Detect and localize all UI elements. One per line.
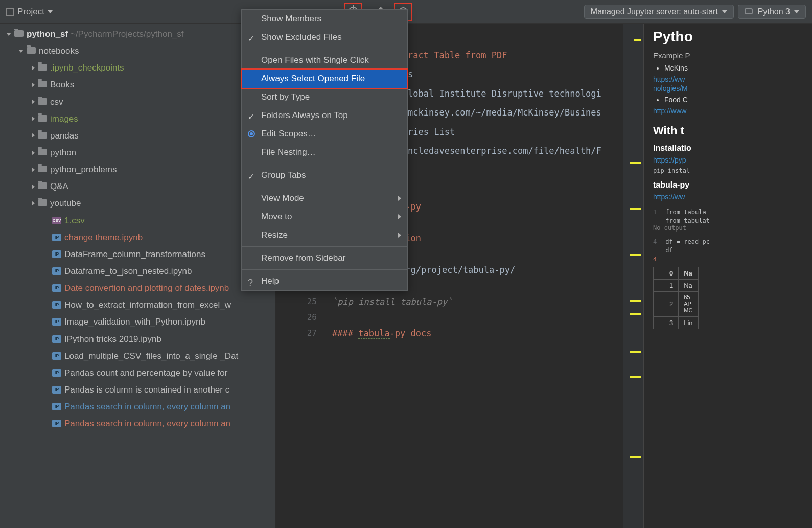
cell-number-out: 4	[653, 256, 663, 263]
code-line: from tabulat	[665, 217, 710, 224]
project-label: Project	[17, 7, 44, 17]
menu-item[interactable]: Edit Scopes…	[242, 125, 407, 143]
tree-row[interactable]: Q&A	[0, 178, 275, 195]
interpreter-label: Python 3	[758, 7, 790, 16]
menu-item[interactable]: Open Files with Single Click	[242, 51, 407, 70]
editor-minimap[interactable]	[623, 24, 643, 528]
tree-row[interactable]: IPPandas search in column, every column …	[0, 398, 275, 415]
folder-icon	[38, 64, 47, 71]
checkmark-icon	[248, 172, 255, 179]
expand-arrow-icon[interactable]	[32, 82, 35, 87]
expand-arrow-icon[interactable]	[32, 184, 35, 189]
expand-arrow-icon[interactable]	[6, 33, 11, 36]
tree-row[interactable]: IPIPython tricks 2019.ipynb	[0, 331, 275, 348]
preview-link[interactable]: nologies/M	[653, 84, 803, 93]
tree-row[interactable]: IPDate convertion and plotting of dates.…	[0, 280, 275, 296]
menu-item[interactable]: Sort by Type	[242, 88, 407, 106]
interpreter-selector[interactable]: Python 3	[738, 5, 806, 19]
preview-link[interactable]: https://pyp	[653, 156, 803, 164]
preview-link[interactable]: https://ww	[653, 193, 803, 201]
tree-row[interactable]: IPPandas is column is contained in anoth…	[0, 381, 275, 398]
tree-row[interactable]: csv	[0, 94, 275, 110]
tree-row[interactable]: notebooks	[0, 42, 275, 59]
tree-row[interactable]: python_sf ~/PycharmProjects/python_sf	[0, 26, 275, 42]
project-view-selector[interactable]: Project	[6, 7, 53, 17]
menu-item[interactable]: Resize	[242, 226, 407, 244]
menu-item[interactable]: Folders Always on Top	[242, 106, 407, 125]
expand-arrow-icon[interactable]	[18, 50, 24, 53]
tree-row[interactable]: IPImage_validation_with_Python.ipynb	[0, 313, 275, 330]
folder-icon	[14, 30, 24, 37]
tree-row[interactable]: IPHow_to_extract_information_from_excel_…	[0, 296, 275, 313]
menu-item[interactable]: View Mode	[242, 189, 407, 208]
menu-item-label: Move to	[261, 212, 292, 222]
tree-row[interactable]: images	[0, 110, 275, 127]
csv-file-icon: CSV	[52, 217, 61, 224]
tree-row[interactable]: pandas	[0, 127, 275, 144]
project-tree-panel: python_sf ~/PycharmProjects/python_sfnot…	[0, 24, 276, 528]
radio-icon	[248, 130, 255, 137]
chevron-down-icon	[794, 10, 799, 13]
menu-item-label: Folders Always on Top	[261, 110, 348, 121]
settings-context-menu[interactable]: Show MembersShow Excluded FilesOpen File…	[241, 9, 408, 291]
preview-link[interactable]: http://www	[653, 107, 803, 115]
menu-item[interactable]: Always Select Opened File	[242, 70, 407, 88]
menu-item-label: Remove from Sidebar	[261, 253, 345, 263]
menu-item-label: View Mode	[261, 193, 304, 203]
tree-row[interactable]: IPDataFrame_column_transformations	[0, 246, 275, 263]
tree-row[interactable]: IPLoad_multiple_CSV_files_into_a_single …	[0, 348, 275, 364]
tree-row[interactable]: youtube	[0, 195, 275, 212]
expand-arrow-icon[interactable]	[32, 99, 35, 104]
bullet-item: McKins	[664, 64, 803, 72]
notebook-file-icon: IP	[52, 234, 61, 241]
folder-icon	[38, 166, 47, 172]
notebook-file-icon: IP	[52, 267, 61, 275]
menu-item[interactable]: Show Excluded Files	[242, 28, 407, 47]
window-icon	[6, 8, 14, 16]
folder-icon	[38, 149, 47, 155]
tree-row[interactable]: IPPandas count and percentage by value f…	[0, 364, 275, 381]
menu-item[interactable]: Group Tabs	[242, 166, 407, 185]
no-output-label: No output	[653, 224, 803, 232]
tree-row[interactable]: python_problems	[0, 161, 275, 178]
expand-arrow-icon[interactable]	[32, 167, 35, 172]
tree-row[interactable]: IPPandas search in column, every column …	[0, 415, 275, 432]
submenu-arrow-icon	[398, 193, 401, 203]
tree-row[interactable]: Books	[0, 76, 275, 93]
submenu-arrow-icon	[398, 230, 401, 240]
expand-arrow-icon[interactable]	[32, 201, 35, 206]
notebook-file-icon: IP	[52, 335, 61, 343]
preview-panel: Pytho Example P McKins https://ww nologi…	[643, 24, 812, 528]
expand-arrow-icon[interactable]	[32, 133, 35, 138]
preview-h2: With t	[653, 124, 803, 137]
code-line: df	[665, 247, 672, 254]
preview-h3: tabula-py	[653, 180, 803, 190]
menu-item[interactable]: Move to	[242, 208, 407, 226]
menu-item-label: File Nesting…	[261, 147, 316, 157]
menu-item[interactable]: Show Members	[242, 10, 407, 28]
menu-item[interactable]: Remove from Sidebar	[242, 249, 407, 267]
expand-arrow-icon[interactable]	[32, 116, 35, 121]
menu-item-label: Sort by Type	[261, 92, 310, 102]
tree-row[interactable]: IPDataframe_to_json_nested.ipynb	[0, 263, 275, 280]
folder-icon	[38, 81, 47, 87]
preview-link[interactable]: https://ww	[653, 75, 803, 83]
tree-row[interactable]: IPchange theme.ipynb	[0, 229, 275, 246]
bullet-item: Food C	[664, 96, 803, 104]
menu-item-label: Show Members	[261, 14, 321, 24]
notebook-file-icon: IP	[52, 420, 61, 427]
folder-icon	[38, 132, 47, 139]
menu-item[interactable]: Help	[242, 272, 407, 290]
expand-arrow-icon[interactable]	[32, 65, 35, 71]
notebook-file-icon: IP	[52, 284, 61, 292]
tree-row[interactable]: python	[0, 144, 275, 161]
project-tree[interactable]: python_sf ~/PycharmProjects/python_sfnot…	[0, 24, 275, 434]
menu-item[interactable]: File Nesting…	[242, 143, 407, 162]
jupyter-server-selector[interactable]: Managed Jupyter server: auto-start	[584, 5, 734, 19]
tree-row[interactable]: CSV1.csv	[0, 212, 275, 229]
expand-arrow-icon[interactable]	[32, 150, 35, 155]
menu-item-label: Always Select Opened File	[261, 74, 365, 84]
menu-item-label: Group Tabs	[261, 170, 306, 180]
tree-row[interactable]: .ipynb_checkpoints	[0, 59, 275, 76]
folder-icon	[38, 115, 47, 122]
